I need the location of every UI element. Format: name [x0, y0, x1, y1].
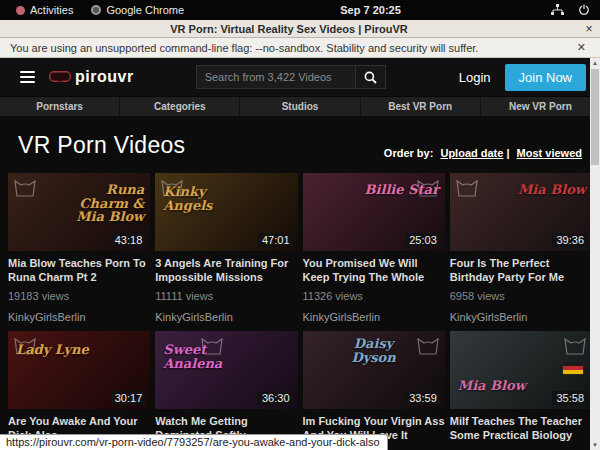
studio-cat-logo-icon	[14, 177, 36, 197]
window-titlebar: VR Porn: Virtual Reality Sex Videos | Pi…	[0, 20, 600, 38]
video-views: 11111 views	[155, 290, 297, 302]
power-icon[interactable]	[578, 4, 590, 16]
chrome-infobar: You are using an unsupported command-lin…	[0, 38, 600, 58]
search-area	[196, 65, 386, 89]
video-thumbnail[interactable]: Lady Lyne 30:17	[8, 331, 150, 409]
thumbnail-overlay-text: Mia Blow	[458, 379, 546, 393]
search-input[interactable]	[196, 65, 356, 89]
video-thumbnail[interactable]: Kinky Angels 47:01	[155, 173, 297, 251]
order-link-upload-date[interactable]: Upload date	[440, 147, 503, 159]
german-flag-icon	[562, 361, 584, 375]
site-logo-text: pirouvr	[75, 68, 134, 86]
activities-label: Activities	[30, 4, 73, 16]
thumbnail-overlay-text: Daisy Dyson	[330, 337, 418, 364]
app-menu-button[interactable]: Google Chrome	[85, 4, 190, 16]
window-title: VR Porn: Virtual Reality Sex Videos | Pi…	[0, 23, 578, 35]
site-header: pirouvr Login Join Now	[0, 58, 600, 96]
scrollbar-down-arrow-icon[interactable]: ▼	[590, 440, 600, 450]
activities-icon	[16, 6, 25, 15]
studio-link[interactable]: KinkyGirlsBerlin	[303, 311, 445, 323]
studio-cat-logo-icon	[456, 177, 478, 197]
video-thumbnail[interactable]: Mia Blow 39:36	[450, 173, 592, 251]
thumbnail-overlay-text: Kinky Angels	[163, 185, 251, 212]
video-thumbnail[interactable]: Mia Blow 35:58	[450, 331, 592, 409]
studio-cat-logo-icon	[564, 335, 586, 355]
duration-badge: 47:01	[258, 233, 294, 247]
studio-cat-logo-icon	[417, 335, 439, 355]
video-title[interactable]: You Promised We Will Keep Trying The Who…	[303, 257, 445, 285]
thumbnail-overlay-text: Runa Charm & Mia Blow	[56, 183, 144, 224]
studio-link[interactable]: KinkyGirlsBerlin	[8, 311, 150, 323]
vr-headset-icon	[49, 71, 71, 84]
duration-badge: 33:59	[405, 391, 441, 405]
duration-badge: 43:18	[111, 233, 147, 247]
infobar-close-icon[interactable]: ✕	[573, 41, 590, 54]
window-close-icon[interactable]: ×	[578, 22, 600, 36]
nav-item-best-vr-porn[interactable]: Best VR Porn	[360, 97, 480, 116]
vertical-scrollbar[interactable]: ▲ ▼	[590, 58, 600, 450]
video-thumbnail[interactable]: Sweet Analena 36:30	[155, 331, 297, 409]
video-views: 19183 views	[8, 290, 150, 302]
nav-item-categories[interactable]: Categories	[119, 97, 239, 116]
search-icon	[364, 71, 377, 84]
nav-item-pornstars[interactable]: Pornstars	[0, 97, 119, 116]
scrollbar-thumb[interactable]	[591, 69, 599, 165]
system-top-bar: Activities Google Chrome Sep 7 20:25	[0, 0, 600, 20]
network-icon[interactable]	[551, 4, 564, 16]
status-bar-url: https://pirouvr.com/vr-porn-video/779325…	[0, 434, 388, 450]
order-by: Order by: Upload date | Most viewed	[384, 147, 582, 159]
site-logo[interactable]: pirouvr	[49, 68, 134, 86]
video-card[interactable]: Runa Charm & Mia Blow 43:18 Mia Blow Tea…	[8, 173, 150, 323]
duration-badge: 35:58	[552, 391, 588, 405]
studio-link[interactable]: KinkyGirlsBerlin	[450, 311, 592, 323]
nav-item-new-vr-porn[interactable]: New VR Porn	[480, 97, 600, 116]
join-now-button[interactable]: Join Now	[505, 64, 586, 91]
order-link-most-viewed[interactable]: Most viewed	[517, 147, 582, 159]
scrollbar-up-arrow-icon[interactable]: ▲	[590, 58, 600, 68]
duration-badge: 39:36	[552, 233, 588, 247]
video-card[interactable]: Lady Lyne 30:17 Are You Awake And Your D…	[8, 331, 150, 450]
main-nav: Pornstars Categories Studios Best VR Por…	[0, 96, 600, 116]
video-title[interactable]: Four Is The Perfect Birthday Party For M…	[450, 257, 592, 285]
video-card[interactable]: Daisy Dyson 33:59 Im Fucking Your Virgin…	[303, 331, 445, 450]
page-title: VR Porn Videos	[18, 132, 185, 159]
activities-button[interactable]: Activities	[10, 4, 79, 16]
video-grid: Runa Charm & Mia Blow 43:18 Mia Blow Tea…	[0, 173, 600, 450]
studio-link[interactable]: KinkyGirlsBerlin	[155, 311, 297, 323]
app-menu-label: Google Chrome	[106, 4, 184, 16]
order-separator: |	[506, 147, 509, 159]
video-thumbnail[interactable]: Runa Charm & Mia Blow 43:18	[8, 173, 150, 251]
duration-badge: 30:17	[111, 391, 147, 405]
search-button[interactable]	[356, 65, 386, 89]
thumbnail-overlay-text: Sweet Analena	[163, 343, 251, 370]
video-title[interactable]: Milf Teaches The Teacher Some Practical …	[450, 415, 592, 443]
video-thumbnail[interactable]: Daisy Dyson 33:59	[303, 331, 445, 409]
thumbnail-overlay-text: Billie Star	[351, 183, 439, 197]
video-card[interactable]: Billie Star 25:03 You Promised We Will K…	[303, 173, 445, 323]
duration-badge: 25:03	[405, 233, 441, 247]
video-card[interactable]: Mia Blow 35:58 Milf Teaches The Teacher …	[450, 331, 592, 450]
video-card[interactable]: Sweet Analena 36:30 Watch Me Getting Dom…	[155, 331, 297, 450]
nav-item-studios[interactable]: Studios	[239, 97, 359, 116]
video-title[interactable]: 3 Angels Are Training For Impossible Mis…	[155, 257, 297, 285]
hamburger-menu-icon[interactable]	[20, 71, 35, 83]
video-title[interactable]: Mia Blow Teaches Porn To Runa Charm Pt 2	[8, 257, 150, 285]
clock[interactable]: Sep 7 20:25	[196, 4, 545, 16]
video-card[interactable]: Mia Blow 39:36 Four Is The Perfect Birth…	[450, 173, 592, 323]
infobar-message: You are using an unsupported command-lin…	[10, 42, 573, 54]
thumbnail-overlay-text: Mia Blow	[498, 183, 586, 197]
duration-badge: 36:30	[258, 391, 294, 405]
thumbnail-overlay-text: Lady Lyne	[16, 343, 104, 357]
page-content: pirouvr Login Join Now Pornstars Categor…	[0, 58, 600, 450]
video-views: 11326 views	[303, 290, 445, 302]
chrome-icon	[91, 5, 101, 15]
video-views: 6958 views	[450, 290, 592, 302]
login-link[interactable]: Login	[459, 70, 491, 85]
video-thumbnail[interactable]: Billie Star 25:03	[303, 173, 445, 251]
video-card[interactable]: Kinky Angels 47:01 3 Angels Are Training…	[155, 173, 297, 323]
order-by-label: Order by:	[384, 147, 434, 159]
